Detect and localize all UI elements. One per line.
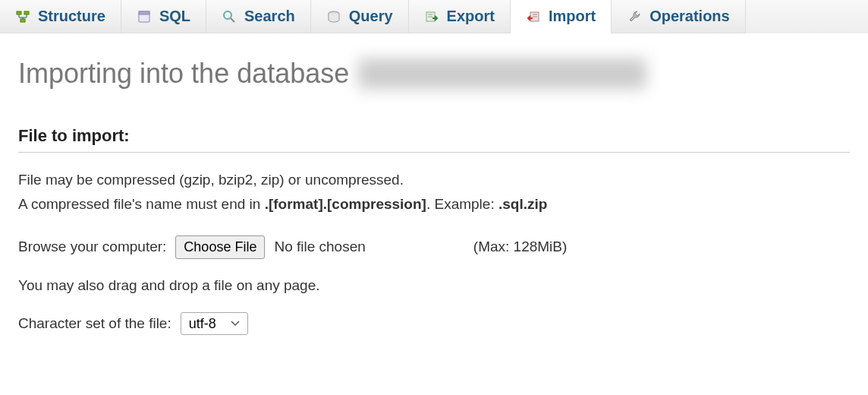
- tab-label: SQL: [159, 8, 190, 25]
- page-title: Importing into the database: [18, 58, 850, 90]
- tab-label: Query: [349, 8, 393, 25]
- drag-drop-hint: You may also drag and drop a file on any…: [18, 277, 850, 294]
- tab-search[interactable]: Search: [206, 0, 311, 33]
- browse-label: Browse your computer:: [18, 239, 166, 255]
- tab-label: Structure: [38, 8, 105, 25]
- tab-label: Import: [549, 8, 596, 25]
- charset-row: Character set of the file: utf-8: [18, 312, 850, 335]
- no-file-chosen-text: No file chosen: [274, 239, 365, 255]
- search-icon: [222, 9, 237, 24]
- tab-label: Export: [447, 8, 495, 25]
- tab-query[interactable]: Query: [311, 0, 409, 33]
- structure-icon: [15, 9, 30, 24]
- page-title-prefix: Importing into the database: [18, 58, 349, 90]
- tab-operations[interactable]: Operations: [612, 0, 746, 33]
- tab-label: Search: [244, 8, 295, 25]
- tab-sql[interactable]: SQL: [121, 0, 206, 33]
- database-name-redacted: [358, 58, 646, 89]
- browse-row: Browse your computer: Choose File No fil…: [18, 235, 850, 259]
- svg-rect-1: [24, 11, 29, 14]
- sql-icon: [137, 9, 152, 24]
- tab-bar: Structure SQL Search Query Export Import: [0, 0, 868, 33]
- svg-rect-4: [139, 11, 149, 14]
- choose-file-button[interactable]: Choose File: [175, 235, 265, 259]
- tab-import[interactable]: Import: [511, 0, 612, 33]
- export-icon: [424, 9, 439, 24]
- charset-select[interactable]: utf-8: [181, 312, 248, 335]
- tab-structure[interactable]: Structure: [0, 0, 121, 33]
- query-icon: [326, 9, 341, 24]
- help-text: File may be compressed (gzip, bzip2, zip…: [18, 168, 850, 217]
- tab-label: Operations: [649, 8, 730, 25]
- charset-label: Character set of the file:: [18, 315, 171, 332]
- svg-point-5: [224, 11, 231, 19]
- svg-line-6: [231, 18, 234, 22]
- import-icon: [526, 9, 541, 24]
- help-line1: File may be compressed (gzip, bzip2, zip…: [18, 168, 850, 192]
- svg-rect-0: [17, 11, 21, 14]
- content-area: Importing into the database File to impo…: [0, 33, 868, 371]
- operations-icon: [627, 9, 642, 24]
- section-heading: File to import:: [18, 126, 850, 153]
- help-line2: A compressed file's name must end in .[f…: [18, 192, 850, 216]
- max-size-text: (Max: 128MiB): [473, 239, 568, 255]
- tab-export[interactable]: Export: [409, 0, 511, 33]
- svg-rect-2: [20, 19, 25, 22]
